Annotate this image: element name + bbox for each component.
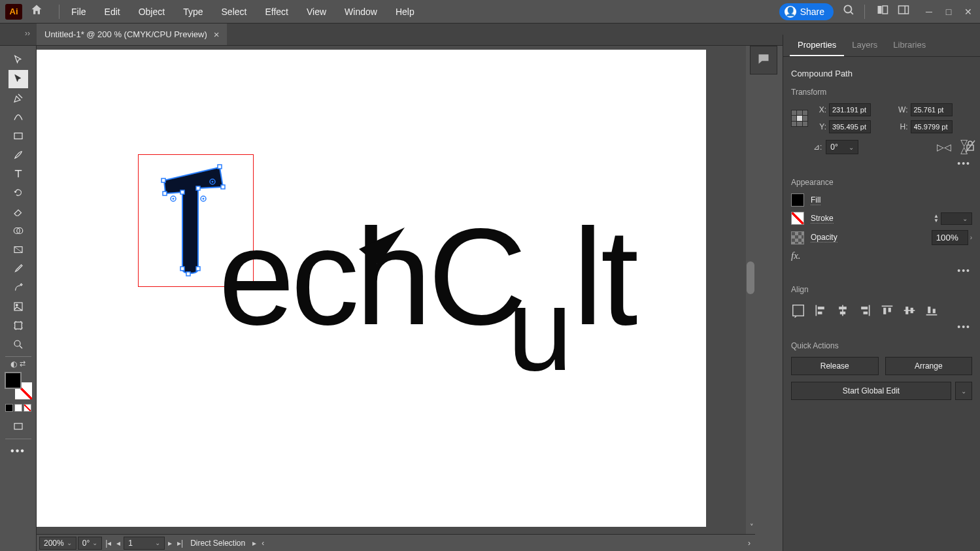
eyedropper-tool-icon[interactable] bbox=[8, 259, 28, 278]
transform-y-input[interactable] bbox=[829, 120, 871, 133]
menu-type[interactable]: Type bbox=[174, 4, 212, 20]
reference-point-icon[interactable] bbox=[791, 110, 808, 127]
type-tool-icon[interactable] bbox=[8, 165, 28, 183]
fill-swatch[interactable] bbox=[5, 372, 22, 389]
screen-mode-icon[interactable] bbox=[8, 418, 28, 436]
gradient-tool-icon[interactable] bbox=[8, 241, 28, 259]
symbol-sprayer-tool-icon[interactable] bbox=[8, 278, 28, 297]
transform-more-icon[interactable]: ••• bbox=[791, 158, 971, 169]
svg-rect-2 bbox=[878, 6, 882, 14]
arrange-button[interactable]: Arrange bbox=[885, 357, 973, 375]
opacity-label[interactable]: Opacity bbox=[811, 233, 837, 242]
arrange-documents-icon[interactable] bbox=[877, 4, 888, 19]
transform-w-input[interactable] bbox=[911, 103, 953, 116]
place-tool-icon[interactable] bbox=[8, 297, 28, 316]
direct-selection-tool-icon[interactable] bbox=[8, 70, 28, 88]
align-top-icon[interactable] bbox=[880, 303, 894, 318]
align-right-icon[interactable] bbox=[858, 303, 872, 318]
status-play-icon[interactable]: ▸ bbox=[250, 539, 258, 548]
next-artboard-icon[interactable]: ▸ bbox=[166, 539, 174, 548]
color-mode-icon[interactable] bbox=[5, 404, 13, 412]
scroll-thumb[interactable] bbox=[747, 261, 754, 294]
gradient-mode-icon[interactable] bbox=[14, 404, 22, 412]
svg-rect-12 bbox=[14, 322, 22, 329]
opacity-dropdown-icon[interactable]: › bbox=[970, 234, 972, 241]
rotate-tool-icon[interactable] bbox=[8, 184, 28, 202]
stroke-weight-stepper[interactable]: ▲▼ bbox=[934, 214, 939, 223]
flip-vertical-icon[interactable]: ▷◁ bbox=[960, 140, 970, 154]
minimize-icon[interactable]: ─ bbox=[922, 7, 936, 17]
menu-edit[interactable]: Edit bbox=[95, 4, 129, 20]
prev-artboard-icon[interactable]: ◂ bbox=[114, 539, 122, 548]
shape-builder-tool-icon[interactable] bbox=[8, 222, 28, 240]
align-hcenter-icon[interactable] bbox=[836, 303, 850, 318]
stroke-color-swatch[interactable] bbox=[791, 212, 804, 225]
pen-tool-icon[interactable] bbox=[8, 89, 28, 107]
fill-stroke-swatches[interactable] bbox=[5, 372, 32, 399]
fill-color-swatch[interactable] bbox=[791, 193, 804, 207]
scroll-right-icon[interactable]: › bbox=[746, 539, 752, 548]
menu-select[interactable]: Select bbox=[212, 4, 256, 20]
paintbrush-tool-icon[interactable] bbox=[8, 146, 28, 164]
transform-x-input[interactable] bbox=[829, 103, 871, 116]
edit-toolbar-icon[interactable]: ••• bbox=[8, 442, 28, 460]
tab-libraries[interactable]: Libraries bbox=[885, 35, 934, 56]
svg-rect-47 bbox=[904, 310, 915, 311]
eraser-tool-icon[interactable] bbox=[8, 203, 28, 221]
none-mode-icon[interactable] bbox=[24, 404, 31, 412]
scroll-down-icon[interactable]: ˅ bbox=[750, 523, 754, 531]
fx-icon[interactable]: fx. bbox=[791, 250, 972, 261]
menu-object[interactable]: Object bbox=[129, 4, 174, 20]
global-edit-dropdown-icon[interactable]: ⌄ bbox=[955, 382, 972, 400]
stroke-label[interactable]: Stroke bbox=[811, 214, 834, 224]
menu-file[interactable]: File bbox=[62, 4, 95, 20]
flip-horizontal-icon[interactable]: ▷◁ bbox=[937, 142, 951, 152]
appearance-more-icon[interactable]: ••• bbox=[791, 265, 971, 276]
opacity-input[interactable] bbox=[932, 230, 968, 245]
canvas-viewport[interactable]: echC u lt ˄ ˅ bbox=[37, 46, 755, 534]
search-icon[interactable] bbox=[843, 4, 855, 20]
stroke-weight-input[interactable]: ⌄ bbox=[941, 212, 972, 225]
curvature-tool-icon[interactable] bbox=[8, 108, 28, 126]
menu-view[interactable]: View bbox=[297, 4, 335, 20]
transform-h-input[interactable] bbox=[911, 120, 953, 133]
artboard-tool-icon[interactable] bbox=[8, 316, 28, 335]
last-artboard-icon[interactable]: ▸| bbox=[175, 539, 185, 548]
menu-window[interactable]: Window bbox=[335, 4, 386, 20]
home-icon[interactable] bbox=[30, 3, 43, 20]
tab-layers[interactable]: Layers bbox=[844, 35, 885, 56]
opacity-swatch-icon[interactable] bbox=[791, 231, 804, 244]
align-more-icon[interactable]: ••• bbox=[791, 322, 971, 332]
first-artboard-icon[interactable]: |◂ bbox=[103, 539, 113, 548]
rectangle-tool-icon[interactable] bbox=[8, 127, 28, 145]
rotate-view[interactable]: 0°⌄ bbox=[78, 537, 102, 550]
menu-effect[interactable]: Effect bbox=[256, 4, 297, 20]
artboard[interactable]: echC u lt bbox=[37, 50, 706, 527]
vertical-scrollbar[interactable]: ˄ ˅ bbox=[746, 46, 755, 534]
align-bottom-icon[interactable] bbox=[924, 303, 939, 318]
artboard-number[interactable]: 1⌄ bbox=[124, 537, 165, 550]
document-tab[interactable]: Untitled-1* @ 200 % (CMYK/CPU Preview) × bbox=[37, 24, 227, 45]
zoom-level[interactable]: 200%⌄ bbox=[39, 537, 76, 550]
expand-toolbar-icon[interactable]: ›› bbox=[25, 29, 30, 38]
align-left-icon[interactable] bbox=[813, 303, 828, 318]
swap-default-colors[interactable]: ◐⇄ bbox=[10, 359, 25, 369]
align-vcenter-icon[interactable] bbox=[902, 303, 917, 318]
share-button[interactable]: 👤 Share bbox=[779, 3, 834, 20]
fill-label[interactable]: Fill bbox=[811, 195, 820, 205]
release-button[interactable]: Release bbox=[791, 357, 879, 375]
rotate-angle-input[interactable]: 0°⌄ bbox=[826, 140, 858, 154]
scroll-left-icon[interactable]: ‹ bbox=[260, 539, 266, 548]
y-label: Y: bbox=[815, 122, 826, 131]
menu-help[interactable]: Help bbox=[386, 4, 424, 20]
maximize-icon[interactable]: □ bbox=[942, 7, 955, 17]
close-icon[interactable]: ✕ bbox=[962, 7, 975, 17]
workspace-icon[interactable] bbox=[898, 4, 909, 19]
close-tab-icon[interactable]: × bbox=[214, 29, 220, 40]
align-to-icon[interactable] bbox=[791, 303, 805, 318]
start-global-edit-button[interactable]: Start Global Edit bbox=[791, 382, 951, 400]
tab-properties[interactable]: Properties bbox=[790, 35, 844, 56]
zoom-tool-icon[interactable] bbox=[8, 335, 28, 354]
selection-tool-icon[interactable] bbox=[8, 51, 28, 69]
comments-panel-icon[interactable] bbox=[750, 46, 777, 75]
